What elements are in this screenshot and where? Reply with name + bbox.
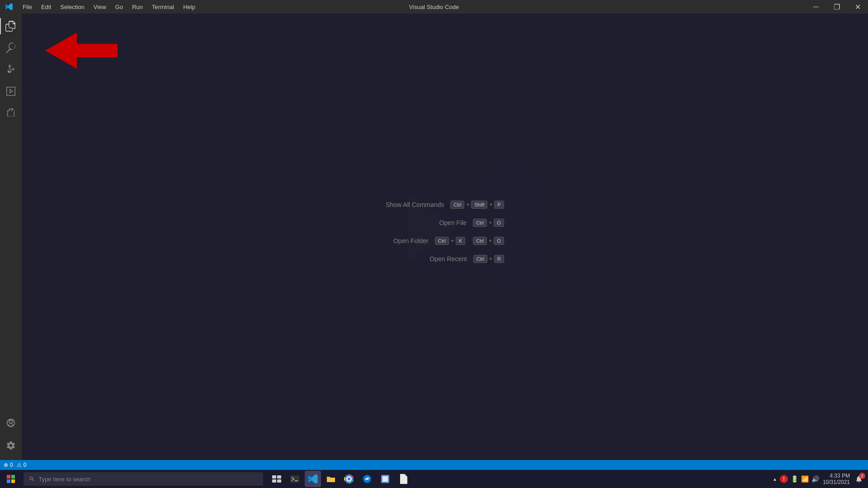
titlebar: File Edit Selection View Go Run Terminal… bbox=[0, 0, 868, 14]
status-warnings[interactable]: ⚠ 0 bbox=[17, 462, 27, 468]
minimize-button[interactable]: ─ bbox=[806, 0, 826, 14]
activity-extensions[interactable] bbox=[0, 102, 22, 124]
svg-rect-8 bbox=[277, 479, 281, 483]
plus-3: + bbox=[489, 220, 492, 226]
error-icon: ⊗ bbox=[4, 462, 8, 468]
window-controls: ─ ❐ ✕ bbox=[806, 0, 868, 14]
app-body: Show All Commands Ctrl + Shift + P Open … bbox=[0, 14, 868, 460]
kbd-o: O bbox=[494, 219, 504, 227]
menu-run[interactable]: Run bbox=[127, 0, 147, 14]
menu-terminal[interactable]: Terminal bbox=[147, 0, 179, 14]
label-show-all-commands: Show All Commands bbox=[386, 201, 444, 208]
svg-rect-3 bbox=[7, 479, 10, 483]
kbd-k: K bbox=[456, 237, 465, 245]
label-open-file: Open File bbox=[439, 219, 467, 226]
status-errors[interactable]: ⊗ 0 bbox=[4, 462, 13, 468]
svg-rect-1 bbox=[7, 475, 10, 479]
welcome-content: Show All Commands Ctrl + Shift + P Open … bbox=[386, 201, 504, 273]
activity-settings[interactable] bbox=[0, 435, 22, 456]
red-arrow bbox=[45, 33, 118, 70]
activity-source-control[interactable] bbox=[0, 59, 22, 80]
svg-marker-0 bbox=[45, 33, 118, 69]
svg-rect-6 bbox=[277, 475, 281, 479]
kbd-ctrl: Ctrl bbox=[450, 201, 464, 209]
activity-search[interactable] bbox=[0, 37, 22, 59]
svg-rect-15 bbox=[382, 476, 388, 482]
taskbar-search[interactable] bbox=[24, 472, 263, 486]
label-open-folder: Open Folder bbox=[393, 237, 429, 244]
kbd-show-all-commands: Ctrl + Shift + P bbox=[450, 201, 504, 209]
notification-button[interactable]: 2 bbox=[854, 474, 864, 484]
security-tray-icon[interactable]: ! bbox=[780, 475, 788, 483]
menu-view[interactable]: View bbox=[89, 0, 111, 14]
plus-6: + bbox=[489, 256, 492, 262]
search-input[interactable] bbox=[38, 476, 258, 483]
kbd-ctrl-4: Ctrl bbox=[473, 237, 487, 245]
activity-bottom bbox=[0, 412, 22, 460]
menu-bar: File Edit Selection View Go Run Terminal… bbox=[18, 0, 200, 14]
svg-rect-7 bbox=[272, 479, 276, 483]
close-button[interactable]: ✕ bbox=[847, 0, 868, 14]
taskbar-date: 10/31/2021 bbox=[823, 479, 850, 485]
shortcut-open-file: Open File Ctrl + O bbox=[386, 219, 504, 227]
doc-taskbar-icon[interactable] bbox=[395, 471, 411, 487]
kbd-open-recent: Ctrl + R bbox=[473, 255, 504, 263]
kbd-ctrl-5: Ctrl bbox=[473, 255, 487, 263]
app-logo bbox=[0, 0, 18, 14]
svg-rect-2 bbox=[11, 475, 15, 479]
warning-icon: ⚠ bbox=[17, 462, 22, 468]
label-open-recent: Open Recent bbox=[429, 255, 467, 263]
shortcut-open-recent: Open Recent Ctrl + R bbox=[386, 255, 504, 263]
file-explorer-taskbar-icon[interactable] bbox=[323, 471, 339, 487]
menu-selection[interactable]: Selection bbox=[56, 0, 89, 14]
svg-rect-9 bbox=[290, 475, 299, 483]
start-button[interactable] bbox=[0, 470, 22, 488]
wifi-icon[interactable]: 📶 bbox=[801, 475, 809, 483]
editor-area: Show All Commands Ctrl + Shift + P Open … bbox=[22, 14, 868, 460]
plus-4: + bbox=[451, 238, 454, 244]
app3-taskbar-icon[interactable] bbox=[377, 471, 393, 487]
chrome-taskbar-icon[interactable] bbox=[341, 471, 357, 487]
svg-point-12 bbox=[348, 478, 351, 481]
battery-icon[interactable]: 🔋 bbox=[791, 475, 798, 483]
svg-rect-4 bbox=[11, 479, 15, 483]
taskview-icon[interactable] bbox=[269, 471, 285, 487]
shortcut-show-all-commands: Show All Commands Ctrl + Shift + P bbox=[386, 201, 504, 209]
taskbar-clock[interactable]: 4:33 PM 10/31/2021 bbox=[823, 473, 850, 485]
volume-icon[interactable]: 🔊 bbox=[811, 475, 819, 483]
activity-bar bbox=[0, 14, 22, 460]
kbd-shift: Shift bbox=[471, 201, 487, 209]
maximize-button[interactable]: ❐ bbox=[826, 0, 847, 14]
taskbar-icons bbox=[269, 471, 411, 487]
error-count: 0 bbox=[10, 462, 13, 468]
status-bar: ⊗ 0 ⚠ 0 bbox=[0, 460, 868, 470]
activity-explorer[interactable] bbox=[0, 15, 22, 37]
taskbar-right: ▲ ! 🔋 📶 🔊 4:33 PM 10/31/2021 2 bbox=[773, 473, 868, 485]
vscode-taskbar-icon[interactable] bbox=[305, 471, 321, 487]
warning-count: 0 bbox=[24, 462, 27, 468]
kbd-o2: O bbox=[494, 237, 504, 245]
sys-tray: ▲ ! 🔋 📶 🔊 bbox=[773, 475, 819, 483]
kbd-p: P bbox=[494, 201, 504, 209]
menu-file[interactable]: File bbox=[18, 0, 37, 14]
activity-run-debug[interactable] bbox=[0, 80, 22, 102]
tray-up-arrow[interactable]: ▲ bbox=[773, 477, 777, 482]
window-title: Visual Studio Code bbox=[409, 4, 459, 10]
kbd-r: R bbox=[494, 255, 504, 263]
kbd-open-file: Ctrl + O bbox=[473, 219, 504, 227]
activity-account[interactable] bbox=[0, 412, 22, 434]
taskbar: ▲ ! 🔋 📶 🔊 4:33 PM 10/31/2021 2 bbox=[0, 470, 868, 488]
svg-rect-5 bbox=[272, 475, 276, 479]
terminal-taskbar-icon[interactable] bbox=[287, 471, 303, 487]
shortcut-open-folder: Open Folder Ctrl + K Ctrl + O bbox=[386, 237, 504, 245]
plus-5: + bbox=[489, 238, 492, 244]
menu-help[interactable]: Help bbox=[179, 0, 200, 14]
menu-go[interactable]: Go bbox=[111, 0, 127, 14]
kbd-open-folder: Ctrl + K Ctrl + O bbox=[435, 237, 504, 245]
notification-badge: 2 bbox=[859, 473, 865, 479]
kbd-ctrl-2: Ctrl bbox=[473, 219, 487, 227]
menu-edit[interactable]: Edit bbox=[37, 0, 56, 14]
taskbar-time: 4:33 PM bbox=[823, 473, 850, 479]
plus-1: + bbox=[466, 202, 469, 208]
browser2-taskbar-icon[interactable] bbox=[359, 471, 375, 487]
